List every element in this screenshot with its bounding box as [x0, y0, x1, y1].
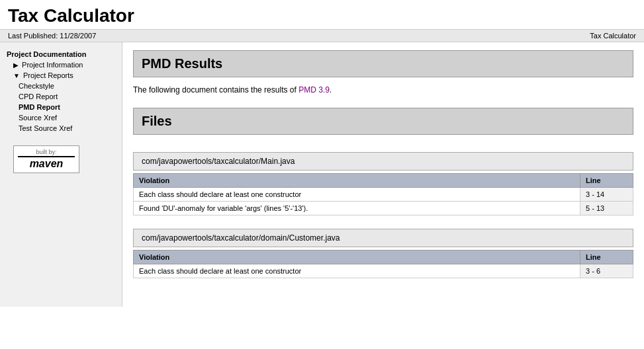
page-title: Tax Calculator: [8, 5, 636, 26]
violation-table-1: Violation Line Each class should declare…: [133, 250, 633, 278]
violation-table-0: Violation Line Each class should declare…: [133, 173, 633, 215]
violation-description: Found 'DU'-anomaly for variable 'args' (…: [134, 202, 580, 215]
file-section-1: com/javapowertools/taxcalculator/domain/…: [133, 229, 633, 278]
sidebar-item-project-information[interactable]: ▶ Project Information: [0, 59, 122, 70]
maven-badge: built by: maven: [13, 145, 79, 173]
violation-line: 5 - 13: [580, 202, 633, 215]
table-row: Found 'DU'-anomaly for variable 'args' (…: [134, 202, 633, 215]
violation-col-header: Violation: [134, 251, 580, 264]
sidebar-section-title: Project Documentation: [0, 48, 122, 59]
toggle-icon: ▼: [13, 72, 20, 79]
description-suffix: .: [330, 85, 332, 95]
toggle-icon: ▶: [13, 61, 19, 69]
files-header: Files: [133, 108, 633, 135]
built-by-label: built by:: [18, 149, 75, 155]
sidebar-item-pmd-report[interactable]: PMD Report: [0, 102, 122, 112]
sidebar-item-test-source-xref[interactable]: Test Source Xref: [0, 123, 122, 134]
sidebar-label: Project Information: [22, 61, 83, 69]
sidebar-label: Project Reports: [23, 71, 73, 79]
breadcrumb: Tax Calculator: [590, 32, 636, 40]
violation-line: 3 - 6: [580, 264, 633, 278]
sidebar-label: CPD Report: [19, 93, 58, 100]
table-row: Each class should declare at least one c…: [134, 188, 633, 202]
sidebar-label: Source Xref: [19, 114, 57, 122]
violation-description: Each class should declare at least one c…: [134, 264, 580, 278]
sidebar-label: PMD Report: [19, 103, 60, 111]
published-date: Last Published: 11/28/2007: [8, 32, 96, 40]
sidebar-item-project-reports[interactable]: ▼ Project Reports: [0, 70, 122, 81]
file-name-0: com/javapowertools/taxcalculator/Main.ja…: [133, 152, 633, 171]
sidebar-item-source-xref[interactable]: Source Xref: [0, 112, 122, 123]
file-section-0: com/javapowertools/taxcalculator/Main.ja…: [133, 152, 633, 215]
line-col-header: Line: [580, 251, 633, 264]
violation-description: Each class should declare at least one c…: [134, 188, 580, 202]
table-row: Each class should declare at least one c…: [134, 264, 633, 278]
pmd-results-header: PMD Results: [133, 50, 633, 77]
violation-line: 3 - 14: [580, 188, 633, 202]
line-col-header: Line: [580, 174, 633, 188]
sidebar-label: Test Source Xref: [19, 124, 72, 132]
sidebar-item-cpd-report[interactable]: CPD Report: [0, 91, 122, 102]
file-name-1: com/javapowertools/taxcalculator/domain/…: [133, 229, 633, 247]
files-title: Files: [142, 114, 625, 129]
violation-col-header: Violation: [134, 174, 580, 188]
sidebar-item-checkstyle[interactable]: Checkstyle: [0, 81, 122, 91]
description-prefix: The following document contains the resu…: [133, 85, 299, 95]
sidebar-label: Checkstyle: [19, 82, 54, 90]
description: The following document contains the resu…: [133, 85, 633, 95]
pmd-link[interactable]: PMD 3.9: [299, 85, 330, 95]
pmd-results-title: PMD Results: [142, 56, 625, 71]
maven-name: maven: [18, 158, 75, 170]
